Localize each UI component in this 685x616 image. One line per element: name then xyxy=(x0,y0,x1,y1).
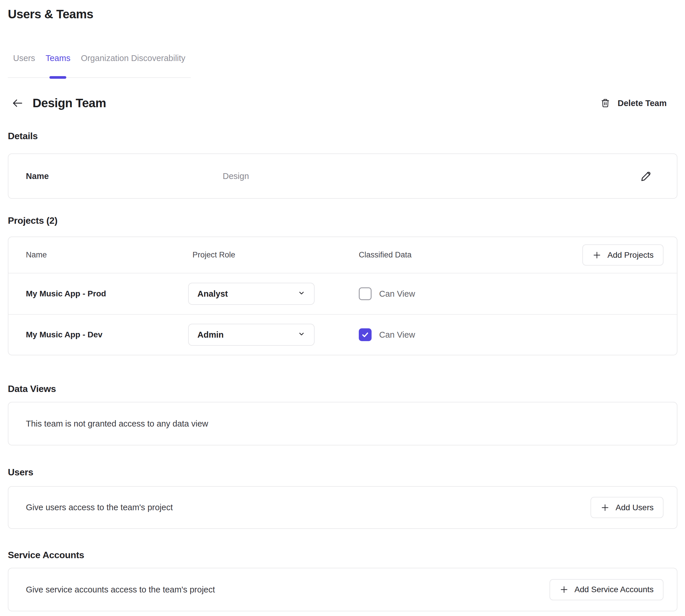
add-users-label: Add Users xyxy=(616,503,654,512)
data-views-empty-text: This team is not granted access to any d… xyxy=(26,419,663,428)
project-name: My Music App - Dev xyxy=(26,330,188,339)
tab-users-label: Users xyxy=(13,53,35,63)
check-icon xyxy=(361,330,369,339)
team-header: Design Team Delete Team xyxy=(11,94,678,112)
can-view-checkbox[interactable] xyxy=(359,287,371,300)
projects-table: Name Project Role Classified Data Add Pr… xyxy=(8,237,678,355)
can-view-option: Can View xyxy=(359,328,663,341)
section-heading-data-views: Data Views xyxy=(8,383,678,395)
projects-header-row: Name Project Role Classified Data Add Pr… xyxy=(8,237,677,273)
add-projects-button[interactable]: Add Projects xyxy=(582,244,663,266)
table-row: My Music App - Dev Admin xyxy=(8,314,677,355)
arrow-left-icon xyxy=(11,97,24,110)
add-service-accounts-label: Add Service Accounts xyxy=(575,585,654,594)
tab-users[interactable]: Users xyxy=(8,52,40,77)
back-button[interactable] xyxy=(11,96,24,110)
add-projects-label: Add Projects xyxy=(607,250,654,260)
plus-icon xyxy=(559,585,569,594)
can-view-label: Can View xyxy=(379,330,415,340)
project-role-select[interactable]: Analyst xyxy=(188,283,315,305)
project-name: My Music App - Prod xyxy=(26,289,188,299)
tab-organization-discoverability[interactable]: Organization Discoverability xyxy=(76,52,190,77)
tab-bar: Users Teams Organization Discoverability xyxy=(8,52,191,78)
project-role-value: Admin xyxy=(197,330,297,340)
can-view-option: Can View xyxy=(359,287,663,300)
name-value: Design xyxy=(223,172,640,181)
tab-organization-discoverability-label: Organization Discoverability xyxy=(81,53,185,63)
users-teams-page: Users & Teams Users Teams Organization D… xyxy=(0,0,685,611)
project-role-select[interactable]: Admin xyxy=(188,324,315,346)
plus-icon xyxy=(600,503,610,512)
delete-team-label: Delete Team xyxy=(618,98,667,108)
edit-name-button[interactable] xyxy=(640,169,654,183)
column-header-classified-data: Classified Data xyxy=(359,250,582,260)
chevron-down-icon xyxy=(297,288,306,299)
users-empty-text: Give users access to the team's project xyxy=(26,503,591,512)
tab-teams-label: Teams xyxy=(46,53,70,63)
name-label: Name xyxy=(26,172,223,181)
team-title: Design Team xyxy=(33,94,106,112)
column-header-name: Name xyxy=(26,250,188,260)
add-service-accounts-button[interactable]: Add Service Accounts xyxy=(550,579,663,600)
details-card: Name Design xyxy=(8,153,678,199)
page-title: Users & Teams xyxy=(8,6,678,22)
data-views-card: This team is not granted access to any d… xyxy=(8,402,678,445)
can-view-checkbox[interactable] xyxy=(359,328,371,341)
project-role-value: Analyst xyxy=(197,289,297,299)
delete-team-button[interactable]: Delete Team xyxy=(600,97,667,109)
service-accounts-empty-text: Give service accounts access to the team… xyxy=(26,585,550,594)
trash-icon xyxy=(600,97,611,109)
pencil-icon xyxy=(640,170,654,182)
users-card: Give users access to the team's project … xyxy=(8,486,678,529)
table-row: My Music App - Prod Analyst xyxy=(8,273,677,314)
add-users-button[interactable]: Add Users xyxy=(591,497,663,518)
column-header-project-role: Project Role xyxy=(188,250,359,260)
can-view-label: Can View xyxy=(379,289,415,299)
chevron-down-icon xyxy=(297,330,306,340)
section-heading-projects: Projects (2) xyxy=(8,215,678,226)
plus-icon xyxy=(592,250,602,260)
service-accounts-card: Give service accounts access to the team… xyxy=(8,568,678,611)
section-heading-service-accounts: Service Accounts xyxy=(8,549,678,561)
tab-teams[interactable]: Teams xyxy=(40,52,76,77)
section-heading-users: Users xyxy=(8,466,678,478)
section-heading-details: Details xyxy=(8,130,678,142)
